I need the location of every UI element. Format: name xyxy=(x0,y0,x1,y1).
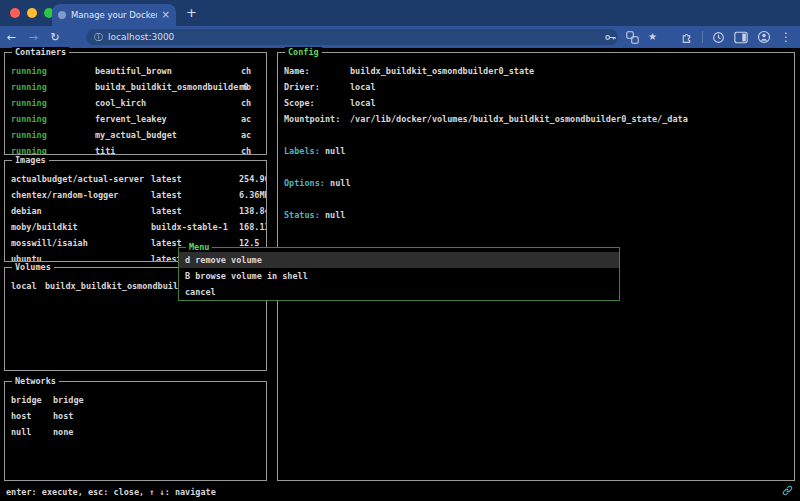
image-row[interactable]: moby/buildkit buildx-stable-1 168.13 xyxy=(11,219,266,235)
extensions-puzzle-icon[interactable] xyxy=(680,31,693,44)
profile-avatar-icon[interactable] xyxy=(757,30,771,44)
keybind-hints: enter: execute, esc: close, ↑ ↓: navigat… xyxy=(0,487,216,497)
config-field: Driver: local xyxy=(284,79,794,95)
containers-rows: running beautiful_brown ch running build… xyxy=(5,53,266,154)
bookmark-star-icon[interactable]: ★ xyxy=(648,31,657,43)
toolbar-separator xyxy=(702,31,703,43)
side-panel-icon[interactable] xyxy=(734,31,748,44)
browser-toolbar: ← → ↻ ⓘ localhost:3000 ★ xyxy=(0,26,800,48)
menu-items: d remove volume B browse volume in shell… xyxy=(179,252,619,300)
tab-close-icon[interactable]: × xyxy=(162,10,170,20)
tab-favicon-icon xyxy=(58,11,66,19)
translate-icon[interactable] xyxy=(626,31,639,44)
url-text: localhost:3000 xyxy=(108,32,174,42)
networks-panel: Networks bridge bridge host host null no… xyxy=(4,381,267,481)
container-row[interactable]: running cool_kirch ch xyxy=(11,95,266,111)
site-info-icon[interactable]: ⓘ xyxy=(94,33,103,42)
minimize-window-button[interactable] xyxy=(27,8,37,18)
browser-menu-icon[interactable]: ⋮ xyxy=(780,31,792,43)
new-tab-button[interactable]: + xyxy=(186,6,197,20)
tab-strip: Manage your Docker fleet wi × + xyxy=(0,0,800,26)
menu-item-cancel[interactable]: cancel xyxy=(179,284,619,300)
extension-clock-icon[interactable] xyxy=(712,31,725,44)
config-field: Scope: local xyxy=(284,95,794,111)
image-row[interactable]: chentex/random-logger latest 6.36MB xyxy=(11,187,266,203)
tab-title: Manage your Docker fleet wi xyxy=(71,10,157,20)
containers-panel: Containers running beautiful_brown ch ru… xyxy=(4,52,267,155)
config-field: Name: buildx_buildkit_osmondbuilder0_sta… xyxy=(284,63,794,79)
networks-rows: bridge bridge host host null none xyxy=(5,382,266,480)
network-row[interactable]: bridge bridge xyxy=(11,392,266,408)
password-key-icon[interactable] xyxy=(604,31,617,44)
config-field: Mountpoint: /var/lib/docker/volumes/buil… xyxy=(284,111,794,127)
status-bar: enter: execute, esc: close, ↑ ↓: navigat… xyxy=(0,483,800,501)
address-bar[interactable]: ⓘ localhost:3000 xyxy=(86,29,618,45)
isaiah-terminal-ui: Containers running beautiful_brown ch ru… xyxy=(0,48,800,501)
forward-button[interactable]: → xyxy=(22,31,44,44)
network-row[interactable]: null none xyxy=(11,424,266,440)
reload-button[interactable]: ↻ xyxy=(44,31,66,44)
network-row[interactable]: host host xyxy=(11,408,266,424)
config-status-field: Status: null xyxy=(284,207,794,223)
volume-actions-menu: Menu d remove volume B browse volume in … xyxy=(178,247,620,301)
browser-tab[interactable]: Manage your Docker fleet wi × xyxy=(52,4,176,26)
container-row[interactable]: running my_actual_budget ac xyxy=(11,127,266,143)
images-rows: actualbudget/actual-server latest 254.96… xyxy=(5,161,266,261)
container-row[interactable]: running fervent_leakey ac xyxy=(11,111,266,127)
connection-link-icon xyxy=(782,485,793,498)
container-row[interactable]: running titi ch xyxy=(11,143,266,154)
image-row[interactable]: actualbudget/actual-server latest 254.96 xyxy=(11,171,266,187)
config-options-field: Options: null xyxy=(284,175,794,191)
window-controls xyxy=(10,8,54,18)
container-row[interactable]: running beautiful_brown ch xyxy=(11,63,266,79)
toolbar-icons: ★ ⋮ xyxy=(604,26,792,48)
image-row[interactable]: debian latest 138.84 xyxy=(11,203,266,219)
menu-item-browse-volume[interactable]: B browse volume in shell xyxy=(179,268,619,284)
close-window-button[interactable] xyxy=(10,8,20,18)
back-button[interactable]: ← xyxy=(0,31,22,44)
container-row[interactable]: running buildx_buildkit_osmondbuilder0 m… xyxy=(11,79,266,95)
config-labels-field: Labels: null xyxy=(284,143,794,159)
browser-window: Manage your Docker fleet wi × + ← → ↻ ⓘ … xyxy=(0,0,800,501)
menu-item-remove-volume[interactable]: d remove volume xyxy=(179,252,619,268)
